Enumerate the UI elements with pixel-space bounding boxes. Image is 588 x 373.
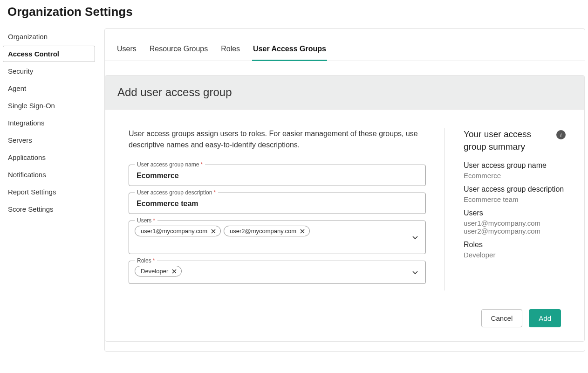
required-star-icon: *	[200, 161, 203, 168]
required-star-icon: *	[213, 189, 216, 196]
tab-resource-groups[interactable]: Resource Groups	[149, 38, 209, 61]
summary-description-value: Ecommerce team	[464, 195, 566, 203]
summary-area: Your user access group summary i User ac…	[444, 128, 566, 290]
summary-name-label: User access group name	[464, 161, 566, 170]
remove-role-icon[interactable]	[171, 268, 178, 275]
summary-roles-value: Developer	[464, 251, 566, 259]
group-name-field: User access group name *	[129, 165, 426, 186]
add-group-panel: Add user access group User access groups…	[105, 75, 585, 342]
intro-text: User access groups assign users to roles…	[129, 128, 426, 151]
user-chip-label: user2@mycompany.com	[230, 228, 296, 235]
group-description-field: User access group description *	[129, 193, 426, 214]
sidebar-item-report-settings[interactable]: Report Settings	[3, 184, 95, 200]
summary-users-value-2: user2@mycompany.com	[464, 227, 566, 235]
cancel-button[interactable]: Cancel	[481, 309, 523, 327]
sidebar-item-organization[interactable]: Organization	[3, 28, 95, 45]
main-content: Users Resource Groups Roles User Access …	[104, 28, 585, 352]
remove-user-icon[interactable]	[210, 228, 217, 235]
group-name-label-text: User access group name	[137, 161, 199, 168]
tab-roles[interactable]: Roles	[220, 38, 241, 61]
sidebar-item-applications[interactable]: Applications	[3, 149, 95, 166]
remove-user-icon[interactable]	[299, 228, 306, 235]
roles-dropdown-icon[interactable]	[412, 269, 418, 276]
tabs: Users Resource Groups Roles User Access …	[105, 38, 585, 61]
tab-user-access-groups[interactable]: User Access Groups	[252, 38, 327, 61]
sidebar: Organization Access Control Security Age…	[0, 28, 98, 356]
roles-field[interactable]: Roles * Developer	[129, 261, 426, 284]
form-area: User access groups assign users to roles…	[129, 128, 444, 290]
roles-label: Roles *	[135, 257, 157, 264]
info-icon[interactable]: i	[556, 130, 566, 139]
form-actions: Cancel Add	[105, 300, 584, 341]
sidebar-item-notifications[interactable]: Notifications	[3, 166, 95, 183]
tab-users[interactable]: Users	[116, 38, 137, 61]
required-star-icon: *	[153, 217, 155, 224]
role-chip: Developer	[135, 266, 182, 276]
page-title: Organization Settings	[0, 0, 588, 28]
sidebar-item-agent[interactable]: Agent	[3, 80, 95, 97]
users-label-text: Users	[137, 217, 151, 224]
sidebar-item-security[interactable]: Security	[3, 63, 95, 79]
sidebar-item-servers[interactable]: Servers	[3, 132, 95, 148]
user-chip: user1@mycompany.com	[135, 226, 221, 236]
sidebar-item-integrations[interactable]: Integrations	[3, 115, 95, 131]
roles-label-text: Roles	[137, 257, 151, 264]
summary-title: Your user access group summary i	[464, 128, 566, 153]
users-dropdown-icon[interactable]	[412, 234, 418, 241]
user-chip: user2@mycompany.com	[224, 226, 310, 236]
role-chip-label: Developer	[141, 268, 168, 275]
summary-title-text: Your user access group summary	[464, 128, 552, 153]
users-field[interactable]: Users * user1@mycompany.com us	[129, 221, 426, 254]
summary-users-label: Users	[464, 209, 566, 217]
summary-roles-label: Roles	[464, 241, 566, 249]
user-chip-label: user1@mycompany.com	[141, 228, 207, 235]
summary-description-label: User access group description	[464, 185, 566, 193]
group-description-label-text: User access group description	[137, 189, 212, 196]
summary-name-value: Ecommerce	[464, 172, 566, 180]
summary-users-value-1: user1@mycompany.com	[464, 219, 566, 227]
group-description-label: User access group description *	[135, 189, 218, 196]
group-name-label: User access group name *	[135, 161, 205, 168]
users-label: Users *	[135, 217, 157, 224]
sidebar-item-score-settings[interactable]: Score Settings	[3, 201, 95, 217]
group-name-input[interactable]	[129, 165, 425, 186]
add-button[interactable]: Add	[529, 309, 561, 327]
required-star-icon: *	[153, 257, 155, 264]
group-description-input[interactable]	[129, 193, 425, 214]
sidebar-item-sso[interactable]: Single Sign-On	[3, 97, 95, 114]
sidebar-item-access-control[interactable]: Access Control	[3, 46, 95, 62]
panel-title: Add user access group	[105, 76, 584, 110]
